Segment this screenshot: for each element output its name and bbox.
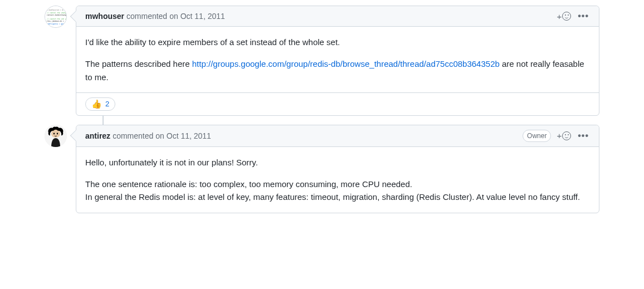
avatar[interactable] [45,125,67,147]
comment-header: mwhouser commented on Oct 11, 2011 + ••• [76,6,599,27]
text-fragment: In general the Redis model is: at level … [85,192,580,202]
smiley-icon [562,131,571,140]
comment-body: I'd like the ability to expire members o… [76,27,599,92]
author-link[interactable]: mwhouser [85,12,124,21]
owner-badge: Owner [523,130,551,142]
comment-box: mwhouser commented on Oct 11, 2011 + •••… [76,6,599,116]
comment-paragraph: Hello, unfortunately it is not in our pl… [85,156,590,169]
svg-text:webEligible = gettt: webEligible = gettt [47,23,66,25]
kebab-menu-button[interactable]: ••• [577,11,590,22]
kebab-menu-button[interactable]: ••• [577,130,590,141]
comment-header: antirez commented on Oct 11, 2011 Owner … [76,125,599,147]
comment-paragraph: The patterns described here http://group… [85,57,590,84]
comment-body: Hello, unfortunately it is not in our pl… [76,147,599,213]
smiley-icon [562,12,571,21]
add-reaction-button[interactable]: + [555,130,572,141]
comment-verb: commented [126,12,167,21]
plus-icon: + [557,12,562,21]
comment-verb: commented [113,131,153,140]
timestamp-link[interactable]: on Oct 11, 2011 [155,131,211,140]
reaction-count: 2 [105,100,109,108]
svg-text:context.SubmitChanges: context.SubmitChanges [47,14,66,16]
text-fragment: The one sentence rationale is: too compl… [85,179,412,189]
reaction-button[interactable]: 👍 2 [85,97,115,111]
comment-item: antirez commented on Oct 11, 2011 Owner … [45,125,599,213]
svg-point-9 [57,133,58,134]
comment-item: $.SubExpired = 0; // cancel the change c… [45,6,599,116]
timestamp-link[interactable]: on Oct 11, 2011 [169,12,225,21]
text-fragment: The patterns described here [85,59,192,68]
external-link[interactable]: http://groups.google.com/group/redis-db/… [192,59,500,68]
plus-icon: + [557,131,562,140]
comment-paragraph: The one sentence rationale is: too compl… [85,178,590,204]
svg-text:$.SubExpired = 0;: $.SubExpired = 0; [47,9,64,11]
author-link[interactable]: antirez [85,131,110,140]
comment-paragraph: I'd like the ability to expire members o… [85,36,590,48]
add-reaction-button[interactable]: + [555,11,572,22]
reactions-bar: 👍 2 [76,92,599,115]
thumbs-up-icon: 👍 [91,99,102,109]
svg-point-8 [53,133,55,134]
comment-box: antirez commented on Oct 11, 2011 Owner … [76,125,599,213]
avatar[interactable]: $.SubExpired = 0; // cancel the change c… [45,6,67,28]
svg-text:this.jobdown.do =: this.jobdown.do = [47,20,64,22]
